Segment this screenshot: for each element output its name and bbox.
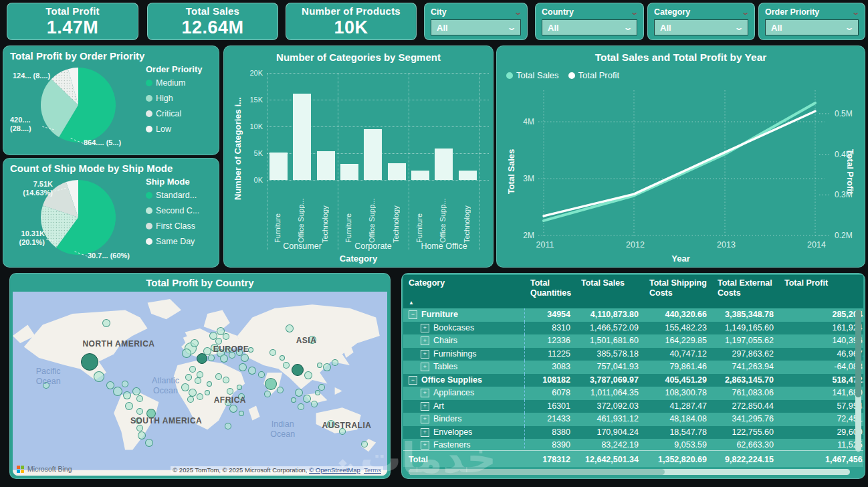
map-bubble[interactable] xyxy=(258,371,265,378)
table-row-bookcases[interactable]: +Bookcases83101,466,572.09155,482.231,14… xyxy=(403,322,863,335)
bar-technology[interactable] xyxy=(388,163,406,180)
map-bubble[interactable] xyxy=(332,359,338,366)
map-bubble[interactable] xyxy=(295,389,303,397)
map-bubble[interactable] xyxy=(291,397,296,403)
expand-icon[interactable]: + xyxy=(421,428,429,437)
table-row-appliances[interactable]: +Appliances60781,011,064.35108,300.78761… xyxy=(403,387,863,400)
collapse-icon[interactable]: − xyxy=(409,310,417,319)
map-bubble[interactable] xyxy=(185,374,192,381)
map-bubble[interactable] xyxy=(215,373,222,380)
map-bubble[interactable] xyxy=(191,339,199,347)
map-bubble[interactable] xyxy=(237,385,242,390)
expand-icon[interactable]: + xyxy=(421,441,429,450)
bar-technology[interactable] xyxy=(459,171,477,180)
map-bubble[interactable] xyxy=(277,387,284,393)
map-bubble[interactable] xyxy=(195,377,201,384)
map-bubble[interactable] xyxy=(286,324,294,332)
table-row-binders[interactable]: +Binders21433461,931.1248,184.08341,295.… xyxy=(403,413,863,426)
map-bubble[interactable] xyxy=(136,408,143,415)
openstreetmap-link[interactable]: © OpenStreetMap xyxy=(309,466,360,474)
map-bubble[interactable] xyxy=(248,367,256,375)
map-bubble[interactable] xyxy=(187,396,194,403)
map-bubble[interactable] xyxy=(182,349,191,358)
map-bubble[interactable] xyxy=(220,355,228,363)
expand-icon[interactable]: + xyxy=(421,336,429,345)
expand-icon[interactable]: + xyxy=(421,350,429,359)
map-bubble[interactable] xyxy=(189,366,196,373)
column-header-category[interactable]: Category▲ xyxy=(403,275,525,308)
column-header-total-profit[interactable]: Total Profit xyxy=(779,275,863,308)
chevron-down-icon[interactable]: ⌄ xyxy=(851,8,860,17)
table-row-fasteners[interactable]: +Fasteners839083,242.199,053.5962,663.30… xyxy=(403,439,863,451)
city-dropdown[interactable]: All ⌄ xyxy=(431,19,521,35)
map-bubble[interactable] xyxy=(81,353,98,371)
bar-furniture[interactable] xyxy=(269,153,288,180)
category-dropdown[interactable]: All ⌄ xyxy=(654,19,748,35)
collapse-icon[interactable]: − xyxy=(409,376,417,385)
country-dropdown[interactable]: All ⌄ xyxy=(542,19,637,35)
legend-item[interactable]: Same Day xyxy=(146,237,199,246)
map-bubble[interactable] xyxy=(225,423,231,429)
legend-item[interactable]: Total Sales xyxy=(506,70,559,80)
bar-furniture[interactable] xyxy=(411,171,429,180)
map-bubble[interactable] xyxy=(123,391,131,399)
map-bubble[interactable] xyxy=(241,354,249,362)
legend-item[interactable]: Low xyxy=(146,124,203,134)
map-bubble[interactable] xyxy=(197,371,203,378)
map-bubble[interactable] xyxy=(311,401,318,407)
table-row-art[interactable]: +Art16301372,092.0341,287.47272,850.4457… xyxy=(403,400,863,413)
table-row-furniture[interactable]: −Furniture349544,110,873.80440,320.663,3… xyxy=(403,308,863,322)
map-bubble[interactable] xyxy=(239,363,247,371)
map-bubble[interactable] xyxy=(298,403,304,410)
legend-item[interactable]: Medium xyxy=(146,78,203,88)
map-bubble[interactable] xyxy=(265,378,277,390)
map-bubble[interactable] xyxy=(113,387,122,396)
map-bubble[interactable] xyxy=(317,363,322,368)
world-map[interactable]: NORTH AMERICAASIAEUROPEAFRICASOUTH AMERI… xyxy=(13,292,387,476)
vertical-scrollbar-thumb[interactable] xyxy=(855,310,861,397)
map-bubble[interactable] xyxy=(269,349,276,356)
map-bubble[interactable] xyxy=(136,395,143,402)
expand-icon[interactable]: + xyxy=(421,324,429,332)
map-bubble[interactable] xyxy=(318,384,325,391)
map-bubble[interactable] xyxy=(197,393,203,400)
bar-office-supp-[interactable] xyxy=(364,129,382,180)
map-bubble[interactable] xyxy=(138,431,146,440)
map-bubble[interactable] xyxy=(280,355,285,361)
map-bubble[interactable] xyxy=(125,402,133,410)
map-bubble[interactable] xyxy=(292,364,304,376)
order-priority-dropdown[interactable]: All ⌄ xyxy=(765,19,859,35)
chevron-down-icon[interactable]: ⌄ xyxy=(514,8,522,17)
column-header-total-shipping-costs[interactable]: Total Shipping Costs xyxy=(644,275,712,308)
map-bubble[interactable] xyxy=(223,377,229,383)
map-bubble[interactable] xyxy=(227,388,233,395)
table-row-furnishings[interactable]: +Furnishings11225385,578.1840,747.12297,… xyxy=(403,348,863,361)
legend-item[interactable]: Standard... xyxy=(146,191,199,200)
map-bubble[interactable] xyxy=(229,405,237,413)
column-header-total-external-costs[interactable]: Total External Costs xyxy=(712,275,779,308)
map-bubble[interactable] xyxy=(264,391,271,397)
map-bubble[interactable] xyxy=(323,363,331,371)
map-bubble[interactable] xyxy=(122,381,128,387)
expand-icon[interactable]: + xyxy=(421,363,429,371)
map-bubble[interactable] xyxy=(102,319,110,327)
map-bubble[interactable] xyxy=(207,381,212,387)
map-bubble[interactable] xyxy=(205,390,210,395)
expand-icon[interactable]: + xyxy=(421,389,429,397)
bar-furniture[interactable] xyxy=(340,164,358,180)
map-bubble[interactable] xyxy=(223,333,229,340)
legend-item[interactable]: Second C... xyxy=(146,206,199,215)
map-bubble[interactable] xyxy=(304,371,312,379)
legend-item[interactable]: Total Profit xyxy=(568,70,619,80)
expand-icon[interactable]: + xyxy=(421,402,429,411)
table-row-envelopes[interactable]: +Envelopes8380170,904.2418,547.78122,755… xyxy=(403,426,863,440)
chevron-down-icon[interactable]: ⌄ xyxy=(741,8,750,17)
map-bubble[interactable] xyxy=(303,395,311,403)
map-bubble[interactable] xyxy=(361,441,368,448)
bar-office-supp-[interactable] xyxy=(293,94,311,180)
column-header-total-sales[interactable]: Total Sales xyxy=(576,275,644,308)
line-series-total-sales[interactable] xyxy=(544,103,815,221)
map-bubble[interactable] xyxy=(315,390,320,395)
terms-link[interactable]: Terms xyxy=(364,466,381,474)
column-header-total-quantities[interactable]: Total Quantities xyxy=(525,275,576,308)
